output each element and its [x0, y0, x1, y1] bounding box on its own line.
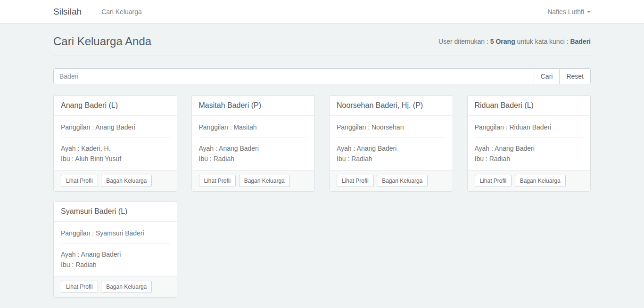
divider: [199, 138, 308, 138]
lihat-profil-button[interactable]: Lihat Profil: [61, 175, 98, 187]
person-card: Anang Baderi (L) Panggilan : Anang Bader…: [53, 95, 177, 192]
card-body: Panggilan : Syamsuri Baderi Ayah : Anang…: [54, 222, 177, 276]
panggilan-line: Panggilan : Anang Baderi: [61, 122, 170, 132]
person-name: Noorsehan Baderi, Hj. (P): [337, 101, 423, 109]
ayah-line: Ayah : Anang Baderi: [199, 143, 308, 154]
page-title: Cari Keluarga Anda: [53, 35, 151, 48]
lihat-profil-button[interactable]: Lihat Profil: [61, 281, 98, 293]
page-header: Cari Keluarga Anda User ditemukan : 5 Or…: [53, 35, 591, 56]
card-header: Anang Baderi (L): [54, 96, 177, 116]
summary-count: 5 Orang: [490, 38, 515, 45]
reset-button[interactable]: Reset: [559, 68, 591, 84]
card-header: Noorsehan Baderi, Hj. (P): [330, 96, 453, 116]
lihat-profil-button[interactable]: Lihat Profil: [337, 175, 374, 187]
card-footer: Lihat Profil Bagan Keluarga: [54, 170, 177, 191]
nav-item-cari-keluarga[interactable]: Cari Keluarga: [96, 1, 148, 23]
panggilan-line: Panggilan : Riduan Baderi: [475, 122, 584, 132]
ibu-line: Ibu : Radiah: [475, 154, 584, 164]
divider: [61, 138, 170, 138]
card-footer: Lihat Profil Bagan Keluarga: [468, 170, 591, 191]
person-card: Syamsuri Baderi (L) Panggilan : Syamsuri…: [53, 201, 177, 298]
summary-prefix: User ditemukan :: [438, 38, 490, 45]
search-input[interactable]: [53, 68, 534, 84]
user-menu-label: Nafies Luthfi: [547, 8, 584, 16]
summary-middle: untuk kata kunci :: [515, 38, 570, 45]
card-body: Panggilan : Anang Baderi Ayah : Kaderi, …: [54, 116, 177, 170]
person-name: Syamsuri Baderi (L): [61, 207, 127, 215]
bagan-keluarga-button[interactable]: Bagan Keluarga: [101, 281, 152, 293]
user-menu[interactable]: Nafies Luthfi: [542, 1, 591, 23]
lihat-profil-button[interactable]: Lihat Profil: [475, 175, 512, 187]
card-header: Riduan Baderi (L): [468, 96, 591, 116]
summary-keyword: Baderi: [570, 38, 591, 45]
divider: [475, 138, 584, 138]
panggilan-line: Panggilan : Syamsuri Baderi: [61, 228, 170, 238]
divider: [61, 243, 170, 244]
person-card: Masitah Baderi (P) Panggilan : Masitah A…: [191, 95, 315, 192]
card-footer: Lihat Profil Bagan Keluarga: [192, 170, 315, 191]
lihat-profil-button[interactable]: Lihat Profil: [199, 175, 236, 187]
person-name: Masitah Baderi (P): [199, 101, 262, 109]
card-footer: Lihat Profil Bagan Keluarga: [54, 276, 177, 297]
main-content: Cari Keluarga Anda User ditemukan : 5 Or…: [0, 35, 644, 308]
bagan-keluarga-button[interactable]: Bagan Keluarga: [239, 175, 290, 187]
panggilan-line: Panggilan : Masitah: [199, 122, 308, 132]
person-name: Riduan Baderi (L): [475, 101, 534, 109]
ibu-line: Ibu : Radiah: [199, 154, 308, 164]
person-name: Anang Baderi (L): [61, 101, 118, 109]
ayah-line: Ayah : Anang Baderi: [475, 143, 584, 154]
ibu-line: Ibu : Radiah: [61, 259, 170, 270]
result-summary: User ditemukan : 5 Orang untuk kata kunc…: [438, 38, 591, 45]
card-header: Masitah Baderi (P): [192, 96, 315, 116]
bagan-keluarga-button[interactable]: Bagan Keluarga: [377, 175, 428, 187]
card-body: Panggilan : Masitah Ayah : Anang Baderi …: [192, 116, 315, 170]
card-body: Panggilan : Riduan Baderi Ayah : Anang B…: [468, 116, 591, 170]
bagan-keluarga-button[interactable]: Bagan Keluarga: [515, 175, 566, 187]
chevron-down-icon: [587, 11, 591, 13]
navbar: Silsilah Cari Keluarga Nafies Luthfi: [0, 0, 644, 24]
ayah-line: Ayah : Kaderi, H.: [61, 143, 170, 154]
person-card: Noorsehan Baderi, Hj. (P) Panggilan : No…: [329, 95, 453, 192]
brand[interactable]: Silsilah: [53, 7, 82, 17]
person-card: Riduan Baderi (L) Panggilan : Riduan Bad…: [467, 95, 591, 192]
panggilan-line: Panggilan : Noorsehan: [337, 122, 446, 132]
results-grid: Anang Baderi (L) Panggilan : Anang Bader…: [53, 95, 591, 308]
search-bar: Cari Reset: [53, 68, 591, 84]
ibu-line: Ibu : Radiah: [337, 154, 446, 164]
card-footer: Lihat Profil Bagan Keluarga: [330, 170, 453, 191]
card-body: Panggilan : Noorsehan Ayah : Anang Bader…: [330, 116, 453, 170]
cari-button[interactable]: Cari: [534, 68, 560, 84]
ayah-line: Ayah : Anang Baderi: [61, 249, 170, 259]
card-header: Syamsuri Baderi (L): [54, 202, 177, 222]
ayah-line: Ayah : Anang Baderi: [337, 143, 446, 154]
ibu-line: Ibu : Aluh Binti Yusuf: [61, 154, 170, 164]
divider: [337, 138, 446, 138]
bagan-keluarga-button[interactable]: Bagan Keluarga: [101, 175, 152, 187]
